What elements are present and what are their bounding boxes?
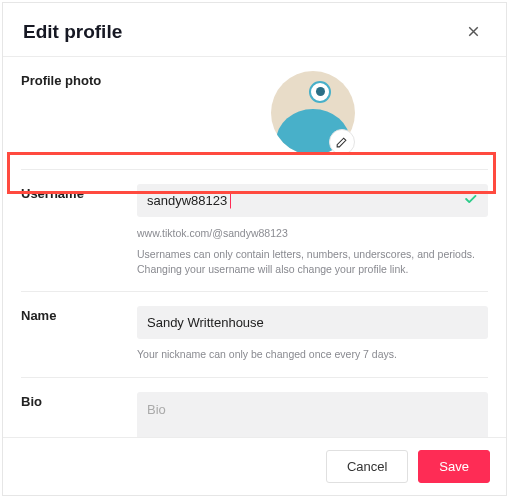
bio-content: 0/80 xyxy=(137,392,488,437)
name-row: Name Your nickname can only be changed o… xyxy=(21,292,488,377)
avatar-container xyxy=(137,71,488,155)
dialog-body: Profile photo Username xyxy=(3,57,506,437)
profile-url: www.tiktok.com/@sandyw88123 xyxy=(137,227,488,239)
save-button[interactable]: Save xyxy=(418,450,490,483)
username-help: Usernames can only contain letters, numb… xyxy=(137,247,488,277)
username-input-wrap xyxy=(137,184,488,217)
username-input[interactable] xyxy=(137,184,488,217)
name-content: Your nickname can only be changed once e… xyxy=(137,306,488,362)
dialog-title: Edit profile xyxy=(23,21,122,43)
text-cursor xyxy=(230,193,231,208)
username-label: Username xyxy=(21,184,121,201)
bio-row: Bio 0/80 xyxy=(21,378,488,437)
name-input[interactable] xyxy=(137,306,488,339)
name-label: Name xyxy=(21,306,121,323)
bio-input[interactable] xyxy=(137,392,488,437)
username-row: Username www.tiktok.com/@sandyw88123 Use… xyxy=(21,170,488,292)
profile-photo-row: Profile photo xyxy=(21,57,488,170)
edit-profile-dialog: Edit profile Profile photo U xyxy=(2,2,507,496)
name-help: Your nickname can only be changed once e… xyxy=(137,347,488,362)
bio-label: Bio xyxy=(21,392,121,409)
close-button[interactable] xyxy=(461,19,486,44)
username-content: www.tiktok.com/@sandyw88123 Usernames ca… xyxy=(137,184,488,277)
cancel-button[interactable]: Cancel xyxy=(326,450,408,483)
avatar xyxy=(271,71,355,155)
checkmark-icon xyxy=(463,191,478,210)
dialog-footer: Cancel Save xyxy=(3,437,506,495)
profile-photo-label: Profile photo xyxy=(21,71,121,88)
close-icon xyxy=(465,23,482,40)
dialog-header: Edit profile xyxy=(3,3,506,56)
pencil-icon xyxy=(335,136,348,149)
edit-avatar-button[interactable] xyxy=(329,129,355,155)
